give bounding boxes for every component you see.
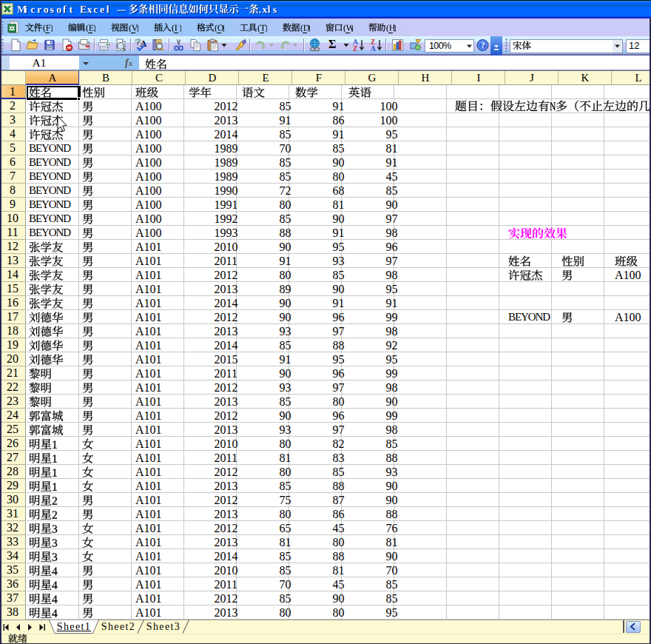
svg-text:?: ? [481, 41, 485, 50]
svg-text:A: A [371, 45, 376, 52]
svg-text:Z: Z [353, 45, 357, 52]
